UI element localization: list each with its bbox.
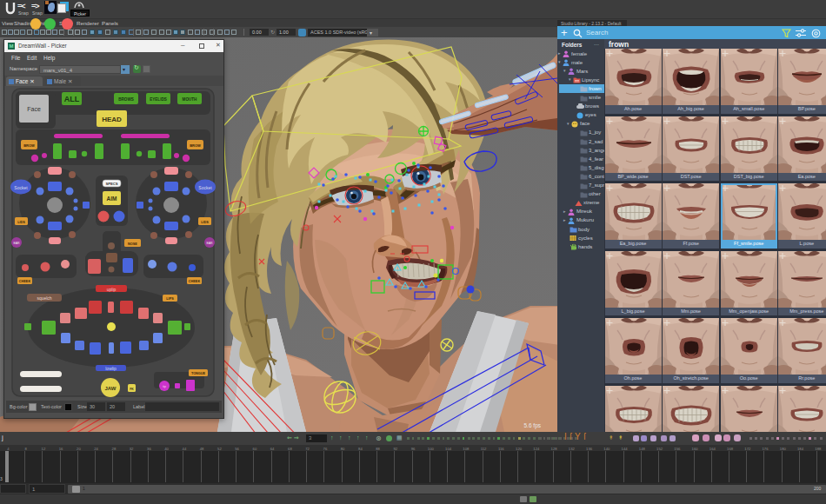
svg-text:ALL: ALL (64, 95, 80, 103)
svg-text:CHEEK: CHEEK (19, 280, 31, 283)
svg-text:uplip: uplip (107, 287, 117, 292)
svg-text:HEAD: HEAD (102, 116, 122, 123)
svg-text:EYELIDS: EYELIDS (150, 97, 167, 102)
svg-text:squelch: squelch (37, 295, 51, 301)
svg-text:EAR: EAR (13, 242, 20, 245)
svg-text:TONGUE: TONGUE (191, 372, 206, 375)
svg-text:FK: FK (130, 388, 134, 391)
svg-text:BROWS: BROWS (118, 97, 134, 102)
svg-text:BROW: BROW (23, 143, 35, 148)
svg-text:AIM: AIM (107, 196, 117, 202)
svg-text:NOSE: NOSE (128, 242, 137, 246)
svg-text:EAR: EAR (206, 242, 213, 245)
svg-text:tip: tip (163, 385, 166, 388)
svg-text:CHEEK: CHEEK (189, 280, 201, 283)
svg-text:JAW: JAW (104, 386, 116, 391)
svg-text:Socket: Socket (198, 185, 212, 190)
svg-text:LIDS: LIDS (201, 221, 209, 224)
svg-text:Face: Face (27, 106, 41, 112)
svg-text:LIPS: LIPS (166, 297, 174, 301)
svg-text:5.6 fps: 5.6 fps (523, 422, 541, 429)
svg-text:LIDS: LIDS (17, 221, 25, 224)
svg-text:lowlip: lowlip (105, 366, 117, 371)
svg-text:SPECS: SPECS (105, 182, 117, 186)
svg-text:MOUTH: MOUTH (183, 97, 198, 102)
svg-text:BROW: BROW (190, 143, 201, 148)
svg-text:Socket: Socket (14, 185, 28, 190)
